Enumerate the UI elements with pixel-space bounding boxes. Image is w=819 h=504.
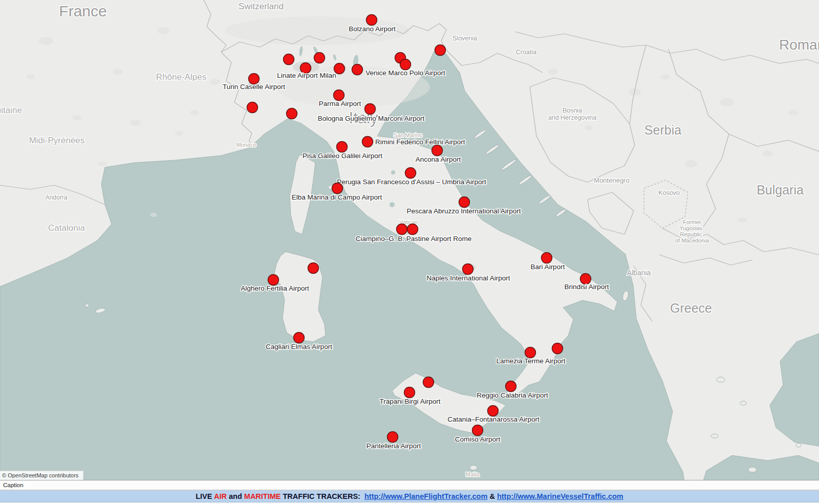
place-label: Monaco [236, 142, 256, 148]
airport-label: Linate Airport Milan [277, 72, 336, 79]
place-label: Republic [680, 231, 702, 237]
place-label: Serbia [644, 123, 681, 137]
airport-marker[interactable] [365, 104, 376, 115]
airport-marker[interactable] [404, 387, 415, 398]
place-label: Switzerland [239, 2, 284, 11]
lake-bolsena [390, 202, 395, 207]
airport-marker[interactable] [423, 377, 434, 388]
place-label: Bulgaria [757, 183, 804, 197]
place-label: Slovenia [452, 35, 477, 42]
airport-label: Bolzano Airport [349, 25, 396, 33]
airport-label: Lamezia Terme Airport [497, 357, 566, 365]
airport-label: Elba Marina di Campo Airport [292, 193, 382, 201]
airport-marker[interactable] [247, 102, 258, 113]
greek-island [796, 443, 801, 447]
airport-marker[interactable] [337, 142, 348, 152]
caption-bar: Caption [0, 480, 819, 490]
footer-tracker-bar: LIVE AIR and MARITIME TRAFFIC TRACKERS: … [0, 490, 819, 502]
greek-island [717, 377, 725, 382]
airport-marker[interactable] [314, 53, 325, 63]
greek-island [748, 467, 757, 472]
lake-trasimeno [391, 170, 395, 174]
malta-island [470, 466, 477, 470]
airport-label: Ancona Airport [416, 156, 461, 163]
airport-marker[interactable] [387, 432, 398, 443]
balearic-island [85, 304, 89, 307]
footer-text: MARITIME [244, 492, 281, 500]
greek-island [740, 401, 746, 405]
place-label: Rhône-Alpes [156, 72, 206, 82]
airport-marker[interactable] [367, 15, 377, 26]
place-label: Romania [779, 37, 819, 53]
airport-label: Trapani Birgi Airport [380, 398, 441, 405]
airport-marker[interactable] [400, 59, 411, 70]
place-label: Former [683, 219, 701, 225]
airport-marker[interactable] [308, 263, 319, 274]
airport-label: Rimini Federico Fellini Airport [375, 138, 465, 146]
footer-text: TRAFFIC TRACKERS: [281, 492, 364, 500]
airport-marker[interactable] [268, 275, 279, 286]
airport-marker[interactable] [294, 333, 305, 343]
place-label: Midi-Pyrénées [29, 136, 85, 145]
airport-label: Pisa Galileo Galilei Airport [303, 152, 382, 160]
airport-marker[interactable] [287, 108, 297, 119]
airport-label: Cagliari Elmas Airport [266, 343, 332, 350]
airport-marker[interactable] [552, 343, 563, 354]
place-label: and Herzegovina [548, 114, 597, 121]
footer-line: LIVE AIR and MARITIME TRAFFIC TRACKERS: … [196, 492, 623, 500]
airport-label: Catania–Fontanarossa Airport [447, 415, 540, 423]
airport-marker[interactable] [506, 381, 516, 392]
place-label: Greece [670, 301, 712, 315]
place-label: Montenegro [594, 177, 629, 184]
footer-link[interactable]: http://www.MarineVesselTraffic.com [497, 492, 623, 500]
map[interactable]: FranceSwitzerlandItalyRomaniaSerbiaBulga… [0, 0, 819, 480]
airport-marker[interactable] [334, 90, 344, 101]
airport-label: Pantelleria Airport [367, 442, 421, 450]
greek-island [711, 434, 718, 438]
airport-marker[interactable] [432, 145, 443, 156]
airport-marker[interactable] [435, 45, 446, 56]
footer-text: AIR [214, 492, 227, 500]
airport-label: Venice Marco Polo Airport [365, 69, 445, 77]
place-label: Yugoslav [680, 225, 703, 231]
footer-text: & [487, 492, 497, 500]
airport-label: Comiso Airport [455, 435, 501, 443]
place-label: Andorra [46, 194, 68, 201]
place-label: France [59, 3, 106, 19]
airport-marker[interactable] [472, 425, 483, 436]
place-label: Aquitaine [0, 105, 22, 115]
map-canvas[interactable]: FranceSwitzerlandItalyRomaniaSerbiaBulga… [0, 0, 819, 480]
airport-marker[interactable] [405, 168, 416, 179]
airport-marker[interactable] [488, 406, 499, 417]
airport-label: Reggio Calabria Airport [477, 391, 548, 399]
airport-marker[interactable] [362, 137, 373, 147]
place-label: of Macedonia [675, 237, 709, 244]
airport-marker[interactable] [397, 224, 407, 235]
airport-label: Bari Airport [531, 263, 565, 271]
airport-marker[interactable] [525, 347, 536, 358]
caption-label: Caption [3, 482, 24, 488]
airport-marker[interactable] [542, 253, 552, 264]
place-label: Kosovo [658, 189, 680, 196]
footer-text: LIVE [196, 492, 214, 500]
airport-label: Naples International Airport [427, 274, 510, 282]
footer-link[interactable]: http://www.PlaneFlightTracker.com [364, 492, 487, 500]
airport-marker[interactable] [284, 54, 294, 65]
place-label: Catalonia [48, 223, 85, 233]
place-label: Albania [627, 269, 651, 277]
airport-marker[interactable] [459, 197, 470, 208]
airport-marker[interactable] [352, 64, 363, 75]
osm-attribution[interactable]: © OpenStreetMap contributors [0, 471, 83, 480]
airport-marker[interactable] [463, 264, 473, 275]
place-label: Malta [466, 471, 480, 477]
airport-label: Perugia San Francesco d'Assisi – Umbria … [337, 178, 486, 186]
place-label: Croatia [516, 49, 536, 56]
airport-marker[interactable] [332, 183, 343, 194]
airport-label: Parma Airport [319, 100, 361, 107]
place-label: Bosnia [563, 107, 582, 114]
airport-marker[interactable] [407, 224, 418, 235]
airport-label: Pescara Abruzzo International Airport [407, 207, 521, 215]
airport-label: Brindisi Airport [564, 283, 609, 291]
place-label: San Marino [394, 132, 422, 138]
airport-label: Turin Caselle Airport [223, 83, 285, 91]
